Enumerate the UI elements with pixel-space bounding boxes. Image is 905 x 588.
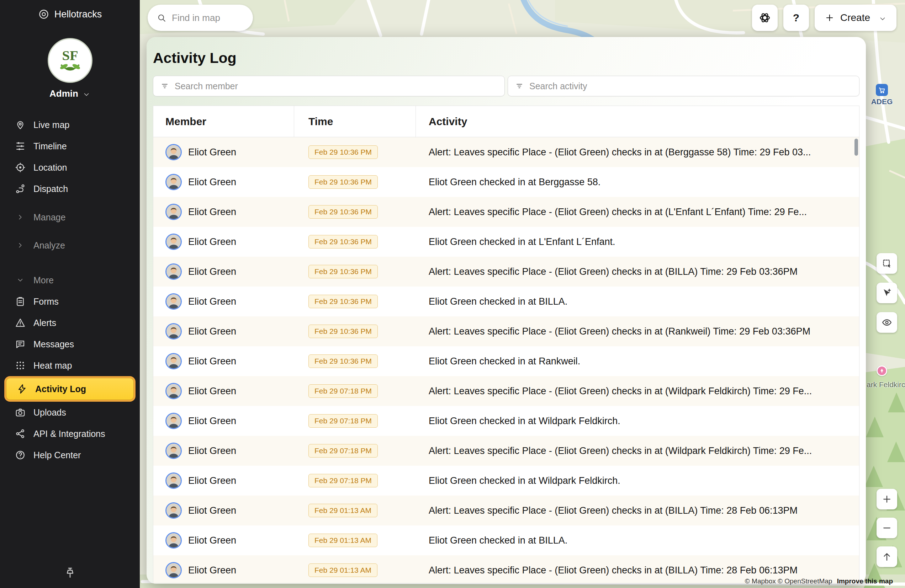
time-badge: Feb 29 01:13 AM bbox=[308, 534, 378, 547]
filter-icon bbox=[515, 82, 524, 90]
table-row[interactable]: Eliot GreenFeb 29 07:18 PMAlert: Leaves … bbox=[153, 376, 859, 406]
member-cell: Eliot Green bbox=[153, 174, 294, 190]
member-cell: Eliot Green bbox=[153, 442, 294, 459]
member-avatar bbox=[165, 413, 182, 429]
member-name: Eliot Green bbox=[188, 415, 236, 426]
activity-text: Eliot Green checked in at BILLA. bbox=[429, 535, 850, 546]
member-avatar bbox=[165, 383, 182, 399]
ai-assistant-button[interactable] bbox=[752, 5, 778, 31]
member-name: Eliot Green bbox=[188, 206, 236, 217]
sidebar-item-analyze[interactable]: Analyze bbox=[0, 235, 140, 256]
sidebar-item-alerts[interactable]: Alerts bbox=[0, 312, 140, 333]
sidebar-item-dispatch[interactable]: Dispatch bbox=[0, 178, 140, 200]
table-row[interactable]: Eliot GreenFeb 29 07:18 PMAlert: Leaves … bbox=[153, 436, 859, 466]
table-row[interactable]: Eliot GreenFeb 29 10:36 PMAlert: Leaves … bbox=[153, 137, 859, 167]
column-header-time: Time bbox=[294, 106, 416, 137]
sidebar-item-api-integrations[interactable]: API & Integrations bbox=[0, 423, 140, 444]
activity-filter[interactable] bbox=[508, 76, 859, 96]
sidebar-item-messages[interactable]: Messages bbox=[0, 333, 140, 355]
activity-filter-input[interactable] bbox=[529, 81, 852, 91]
table-row[interactable]: Eliot GreenFeb 29 10:36 PMAlert: Leaves … bbox=[153, 257, 859, 287]
sidebar-item-label: Manage bbox=[33, 212, 65, 223]
table-row[interactable]: Eliot GreenFeb 29 10:36 PMEliot Green ch… bbox=[153, 167, 859, 197]
account-switcher[interactable]: SF Admin bbox=[0, 38, 140, 99]
time-cell: Feb 29 10:36 PM bbox=[294, 175, 416, 189]
table-scrollbar[interactable] bbox=[854, 139, 858, 156]
sidebar-item-location[interactable]: Location bbox=[0, 157, 140, 178]
time-cell: Feb 29 10:36 PM bbox=[294, 325, 416, 338]
member-filter-input[interactable] bbox=[175, 81, 497, 91]
sidebar-item-label: Heat map bbox=[33, 360, 72, 371]
arrow-up-icon bbox=[881, 552, 892, 562]
table-row[interactable]: Eliot GreenFeb 29 01:13 AMEliot Green ch… bbox=[153, 525, 859, 555]
sidebar-item-uploads[interactable]: Uploads bbox=[0, 402, 140, 423]
brand: Hellotracks bbox=[0, 0, 140, 20]
camera-icon bbox=[14, 406, 26, 418]
time-badge: Feb 29 07:18 PM bbox=[308, 474, 378, 487]
sidebar-item-heat-map[interactable]: Heat map bbox=[0, 355, 140, 376]
column-header-activity: Activity bbox=[416, 106, 859, 137]
activity-text: Alert: Leaves specific Place - (Eliot Gr… bbox=[429, 266, 850, 277]
table-row[interactable]: Eliot GreenFeb 29 10:36 PMAlert: Leaves … bbox=[153, 316, 859, 346]
ai-swirl-icon bbox=[759, 12, 771, 24]
chat-icon bbox=[14, 338, 26, 350]
table-row[interactable]: Eliot GreenFeb 29 10:36 PMEliot Green ch… bbox=[153, 227, 859, 257]
help-button[interactable]: ? bbox=[783, 5, 809, 31]
sidebar-item-activity-log[interactable]: Activity Log bbox=[4, 376, 135, 402]
member-cell: Eliot Green bbox=[153, 413, 294, 429]
table-row[interactable]: Eliot GreenFeb 29 07:18 PMEliot Green ch… bbox=[153, 466, 859, 496]
activity-text: Alert: Leaves specific Place - (Eliot Gr… bbox=[429, 326, 850, 337]
improve-map-link[interactable]: Improve this map bbox=[837, 577, 893, 585]
map-search-input[interactable] bbox=[172, 13, 244, 24]
table-row[interactable]: Eliot GreenFeb 29 10:36 PMEliot Green ch… bbox=[153, 287, 859, 316]
sidebar-item-live-map[interactable]: Live map bbox=[0, 114, 140, 135]
sidebar-item-more[interactable]: More bbox=[0, 269, 140, 291]
visibility-button[interactable] bbox=[876, 312, 897, 333]
member-cell: Eliot Green bbox=[153, 233, 294, 250]
attribution-text: © Mapbox © OpenStreetMap bbox=[745, 577, 832, 585]
reset-north-button[interactable] bbox=[876, 547, 897, 567]
map-search[interactable] bbox=[148, 5, 253, 31]
time-cell: Feb 29 10:36 PM bbox=[294, 265, 416, 278]
member-filter[interactable] bbox=[153, 76, 505, 96]
table-row[interactable]: Eliot GreenFeb 29 07:18 PMEliot Green ch… bbox=[153, 406, 859, 436]
create-button[interactable]: Create bbox=[814, 5, 897, 31]
member-name: Eliot Green bbox=[188, 147, 236, 158]
sidebar-item-forms[interactable]: Forms bbox=[0, 291, 140, 312]
activity-cell: Alert: Leaves specific Place - (Eliot Gr… bbox=[416, 445, 859, 456]
table-row[interactable]: Eliot GreenFeb 29 10:36 PMAlert: Leaves … bbox=[153, 197, 859, 227]
clipboard-icon bbox=[14, 295, 26, 307]
table-row[interactable]: Eliot GreenFeb 29 01:13 AMAlert: Leaves … bbox=[153, 496, 859, 525]
marquee-select-icon bbox=[881, 258, 892, 269]
sidebar-item-manage[interactable]: Manage bbox=[0, 206, 140, 228]
time-cell: Feb 29 10:36 PM bbox=[294, 295, 416, 308]
activity-text: Eliot Green checked in at Wildpark Feldk… bbox=[429, 415, 850, 426]
sidebar-item-label: Analyze bbox=[33, 240, 65, 250]
add-place-button[interactable] bbox=[876, 283, 897, 303]
marquee-select-button[interactable] bbox=[876, 253, 897, 274]
activity-text: Alert: Leaves specific Place - (Eliot Gr… bbox=[429, 445, 850, 456]
activity-cell: Alert: Leaves specific Place - (Eliot Gr… bbox=[416, 386, 859, 397]
pin-sidebar-icon[interactable] bbox=[64, 567, 76, 579]
time-badge: Feb 29 10:36 PM bbox=[308, 355, 378, 368]
sidebar-item-label: Alerts bbox=[33, 318, 56, 328]
time-cell: Feb 29 01:13 AM bbox=[294, 534, 416, 547]
table-row[interactable]: Eliot GreenFeb 29 10:36 PMEliot Green ch… bbox=[153, 346, 859, 376]
sidebar-nav: Live mapTimelineLocationDispatchManageAn… bbox=[0, 114, 140, 466]
member-avatar bbox=[165, 233, 182, 250]
activity-text: Eliot Green checked in at BILLA. bbox=[429, 296, 850, 307]
member-name: Eliot Green bbox=[188, 386, 236, 397]
svg-text:SF: SF bbox=[62, 48, 78, 63]
sidebar-item-timeline[interactable]: Timeline bbox=[0, 135, 140, 157]
activity-text: Alert: Leaves specific Place - (Eliot Gr… bbox=[429, 505, 850, 516]
time-cell: Feb 29 10:36 PM bbox=[294, 146, 416, 159]
activity-cell: Eliot Green checked in at BILLA. bbox=[416, 296, 859, 307]
store-icon bbox=[876, 84, 888, 96]
zoom-in-button[interactable] bbox=[876, 489, 897, 509]
time-cell: Feb 29 10:36 PM bbox=[294, 355, 416, 368]
sidebar-item-label: Live map bbox=[33, 120, 69, 130]
member-avatar bbox=[165, 174, 182, 190]
sidebar-item-help-center[interactable]: Help Center bbox=[0, 444, 140, 466]
zoom-out-button[interactable] bbox=[876, 518, 897, 538]
column-label: Activity bbox=[429, 116, 467, 128]
